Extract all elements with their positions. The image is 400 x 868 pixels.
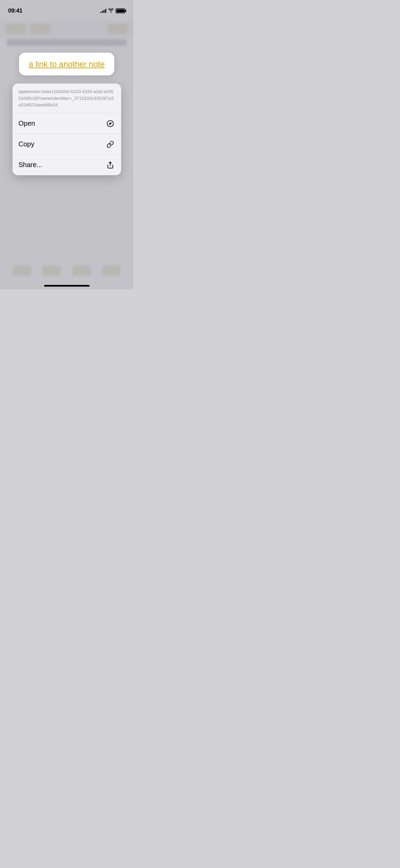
signal-bar-2: [102, 11, 103, 13]
battery-fill: [117, 10, 124, 12]
menu-item-open[interactable]: Open: [13, 113, 121, 134]
wifi-icon: [108, 8, 114, 14]
url-text: applenotes:note/1102d2ef-b233-4334-a2af-…: [19, 89, 114, 107]
svg-marker-1: [109, 122, 112, 125]
link-text: a link to another note: [28, 59, 104, 69]
signal-bar-4: [105, 9, 106, 13]
compass-icon: [106, 119, 115, 128]
signal-icon: [100, 9, 106, 13]
signal-bar-3: [103, 10, 104, 13]
link-bubble: a link to another note: [19, 53, 114, 75]
signal-bar-1: [100, 12, 101, 13]
status-time: 09:41: [8, 7, 22, 14]
home-indicator: [44, 285, 90, 287]
share-label: Share...: [19, 161, 42, 169]
open-label: Open: [19, 120, 35, 127]
menu-item-copy[interactable]: Copy: [13, 134, 121, 155]
context-menu: applenotes:note/1102d2ef-b233-4334-a2af-…: [13, 84, 121, 175]
battery-icon: [116, 8, 125, 13]
share-icon: [106, 160, 115, 170]
popup-container: a link to another note applenotes:note/1…: [0, 0, 133, 289]
menu-item-share[interactable]: Share...: [13, 155, 121, 175]
url-section: applenotes:note/1102d2ef-b233-4334-a2af-…: [13, 84, 121, 113]
link-icon: [106, 140, 115, 149]
copy-label: Copy: [19, 140, 35, 148]
status-icons: [100, 8, 125, 14]
